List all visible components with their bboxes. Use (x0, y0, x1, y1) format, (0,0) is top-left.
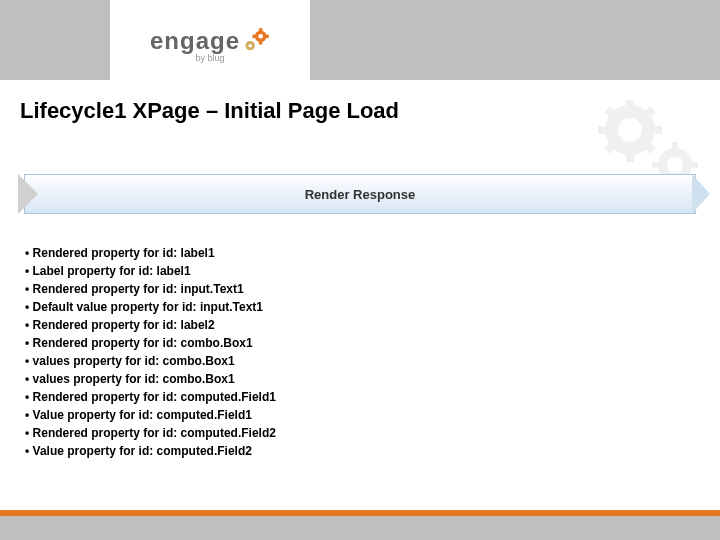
header-gray-right (310, 0, 720, 80)
svg-rect-4 (253, 35, 257, 39)
svg-rect-10 (598, 126, 608, 134)
list-item: • Value property for id: computed.Field2 (25, 442, 695, 460)
header-gray-left (0, 0, 110, 80)
list-item: • Rendered property for id: label2 (25, 316, 695, 334)
banner-chevron-left-icon (18, 174, 38, 214)
list-item: • values property for id: combo.Box1 (25, 370, 695, 388)
banner-chevron-right-icon (692, 174, 710, 214)
svg-rect-16 (672, 142, 678, 150)
header-row: engage by b (0, 0, 720, 90)
banner-body: Render Response (24, 174, 696, 214)
list-item: • Rendered property for id: computed.Fie… (25, 388, 695, 406)
phase-banner: Render Response (18, 174, 702, 214)
footer-stripe (0, 510, 720, 540)
svg-rect-5 (265, 35, 269, 39)
list-item: • Rendered property for id: input.Text1 (25, 280, 695, 298)
svg-rect-2 (259, 28, 263, 32)
list-item: • values property for id: combo.Box1 (25, 352, 695, 370)
logo-text: engage (150, 27, 240, 55)
svg-rect-18 (652, 162, 660, 168)
logo-area: engage by b (110, 0, 310, 90)
footer-gray-bar (0, 516, 720, 540)
list-item: • Rendered property for id: combo.Box1 (25, 334, 695, 352)
list-item: • Value property for id: computed.Field1 (25, 406, 695, 424)
list-item: • Default value property for id: input.T… (25, 298, 695, 316)
svg-rect-9 (626, 152, 634, 162)
logo-subtext: by blug (195, 53, 224, 63)
gear-icon (242, 27, 270, 55)
svg-rect-3 (259, 41, 263, 45)
svg-rect-19 (690, 162, 698, 168)
list-item: • Rendered property for id: label1 (25, 244, 695, 262)
bullet-list: • Rendered property for id: label1 • Lab… (0, 234, 720, 470)
svg-rect-11 (652, 126, 662, 134)
svg-rect-8 (626, 100, 634, 108)
list-item: • Rendered property for id: computed.Fie… (25, 424, 695, 442)
list-item: • Label property for id: label1 (25, 262, 695, 280)
svg-point-1 (258, 34, 263, 39)
svg-point-7 (248, 44, 252, 48)
banner-label: Render Response (305, 187, 416, 202)
